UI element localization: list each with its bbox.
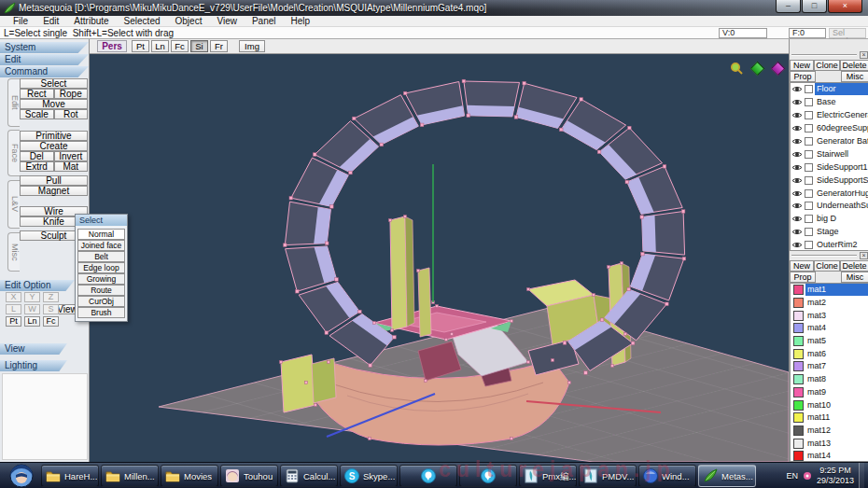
- taskbar-button-wind[interactable]: Wind...: [638, 465, 696, 487]
- material-row[interactable]: mat4: [791, 322, 868, 335]
- material-row[interactable]: mat2: [791, 297, 868, 310]
- edit-option-s[interactable]: S: [43, 304, 59, 314]
- object-row[interactable]: Generator Batte: [791, 135, 868, 148]
- edit-option-header[interactable]: Edit Option: [0, 280, 75, 291]
- tray-flower-icon[interactable]: [803, 471, 812, 481]
- toggle-pt[interactable]: Pt: [132, 40, 149, 52]
- title-bar[interactable]: Metasequoia [D:\Programs\MikuMikuDanceE_…: [0, 0, 868, 16]
- visibility-eye-icon[interactable]: [791, 123, 803, 133]
- viewport-canvas[interactable]: [90, 54, 789, 462]
- material-row[interactable]: mat13: [791, 437, 868, 450]
- edit-option-fc[interactable]: Fc: [43, 316, 59, 327]
- edit-option-w[interactable]: W: [24, 304, 40, 314]
- object-checkbox[interactable]: [805, 189, 813, 198]
- material-row[interactable]: mat5: [791, 335, 868, 348]
- edit-option-pt[interactable]: Pt: [6, 316, 21, 327]
- object-checkbox[interactable]: [805, 137, 813, 146]
- toggle-ln[interactable]: Ln: [151, 40, 169, 52]
- object-row[interactable]: OuterRim2: [791, 239, 868, 251]
- material-panel-scrollbar[interactable]: ×: [790, 252, 868, 260]
- command-button-del[interactable]: Del: [20, 151, 54, 161]
- material-new-button[interactable]: New: [790, 260, 814, 272]
- taskbar-clock[interactable]: 9:25 PM 29/3/2013: [817, 466, 854, 486]
- visibility-eye-icon[interactable]: [791, 149, 803, 160]
- visibility-eye-icon[interactable]: [791, 240, 803, 250]
- material-panel-close-icon[interactable]: ×: [860, 252, 868, 259]
- select-mode-growing[interactable]: Growing: [77, 273, 125, 285]
- material-row[interactable]: mat9: [791, 386, 868, 399]
- material-row[interactable]: mat6: [791, 347, 868, 360]
- material-row[interactable]: mat14: [791, 450, 868, 462]
- object-panel-scrollbar[interactable]: ×: [790, 51, 868, 60]
- command-button-scale[interactable]: Scale: [20, 109, 54, 119]
- taskbar-button-calcul[interactable]: Calcul...: [280, 465, 338, 487]
- taskbar-button-skype[interactable]: SSkype...: [340, 465, 398, 487]
- object-checkbox[interactable]: [805, 215, 813, 223]
- menu-item-file[interactable]: File: [6, 16, 35, 26]
- img-button[interactable]: Img: [239, 40, 265, 52]
- taskbar-button-pmdv[interactable]: PMDV...: [579, 465, 637, 487]
- zoom-magnifier-icon[interactable]: [730, 62, 744, 76]
- command-button-invert[interactable]: Invert: [54, 151, 89, 161]
- menu-item-view[interactable]: View: [209, 16, 245, 26]
- object-checkbox[interactable]: [805, 241, 813, 249]
- object-row[interactable]: 60degreeSuppo: [791, 122, 868, 135]
- material-row[interactable]: mat11: [791, 411, 868, 425]
- visibility-eye-icon[interactable]: [791, 188, 803, 199]
- object-row[interactable]: UnderneathSup: [791, 200, 868, 213]
- select-popup-title[interactable]: Select: [76, 215, 127, 226]
- visibility-eye-icon[interactable]: [791, 227, 803, 237]
- material-row[interactable]: mat3: [791, 309, 868, 322]
- object-row[interactable]: ElectricGenerato: [791, 109, 868, 122]
- object-delete-button[interactable]: Delete: [840, 60, 868, 71]
- visibility-eye-icon[interactable]: [791, 162, 803, 173]
- command-button-rect[interactable]: Rect: [20, 89, 54, 99]
- taskbar-button-movies[interactable]: Movies: [161, 465, 218, 487]
- visibility-eye-icon[interactable]: [791, 110, 803, 120]
- material-row[interactable]: mat12: [791, 425, 868, 438]
- visibility-eye-icon[interactable]: [791, 84, 803, 94]
- section-header-lighting[interactable]: Lighting: [0, 360, 67, 371]
- visibility-eye-icon[interactable]: [791, 175, 803, 186]
- object-checkbox[interactable]: [805, 163, 813, 172]
- command-button-mat[interactable]: Mat: [54, 161, 89, 172]
- menu-item-object[interactable]: Object: [168, 16, 210, 26]
- section-header-system[interactable]: System: [0, 42, 89, 53]
- menu-item-help[interactable]: Help: [284, 16, 318, 26]
- taskbar-button-millen[interactable]: Millen...: [101, 465, 159, 487]
- object-checkbox[interactable]: [805, 124, 813, 132]
- select-mode-normal[interactable]: Normal: [77, 229, 125, 240]
- command-button-rope[interactable]: Rope: [54, 89, 89, 99]
- show-desktop-button[interactable]: [859, 463, 864, 488]
- menu-item-panel[interactable]: Panel: [245, 16, 284, 26]
- taskbar-button-metas[interactable]: Metas...: [698, 465, 756, 487]
- object-row[interactable]: Stage: [791, 226, 868, 239]
- material-row[interactable]: mat8: [791, 373, 868, 386]
- material-row[interactable]: mat1: [791, 284, 868, 297]
- taskbar-button-pmx[interactable]: Pmx編...: [519, 465, 577, 487]
- object-clone-button[interactable]: Clone: [814, 60, 840, 71]
- object-checkbox[interactable]: [805, 85, 813, 93]
- select-mode-edge-loop[interactable]: Edge loop: [77, 262, 125, 273]
- object-checkbox[interactable]: [805, 111, 813, 119]
- section-header-edit[interactable]: Edit: [0, 54, 89, 65]
- command-button-create[interactable]: Create: [20, 141, 88, 151]
- material-delete-button[interactable]: Delete: [840, 260, 868, 272]
- material-prop-button[interactable]: Prop: [790, 272, 816, 283]
- edit-option-z[interactable]: Z: [43, 292, 59, 302]
- vertical-tab-lv[interactable]: L&V: [7, 180, 20, 229]
- select-mode-curobj[interactable]: CurObj: [77, 296, 125, 307]
- command-button-pull[interactable]: Pull: [20, 175, 88, 186]
- object-row[interactable]: big D: [791, 213, 868, 226]
- object-row[interactable]: GeneratorHuge: [791, 187, 868, 200]
- visibility-eye-icon[interactable]: [791, 97, 803, 107]
- material-row[interactable]: mat10: [791, 398, 868, 411]
- command-button-extrd[interactable]: Extrd: [20, 161, 54, 172]
- vertical-tab-face[interactable]: Face: [7, 130, 20, 176]
- taskbar-button-messenger[interactable]: [459, 465, 517, 487]
- vertical-tab-edit[interactable]: Edit: [7, 78, 20, 127]
- command-button-magnet[interactable]: Magnet: [20, 186, 88, 196]
- object-checkbox[interactable]: [805, 98, 813, 106]
- perspective-view-tab[interactable]: Pers: [97, 40, 127, 52]
- material-clone-button[interactable]: Clone: [814, 260, 840, 272]
